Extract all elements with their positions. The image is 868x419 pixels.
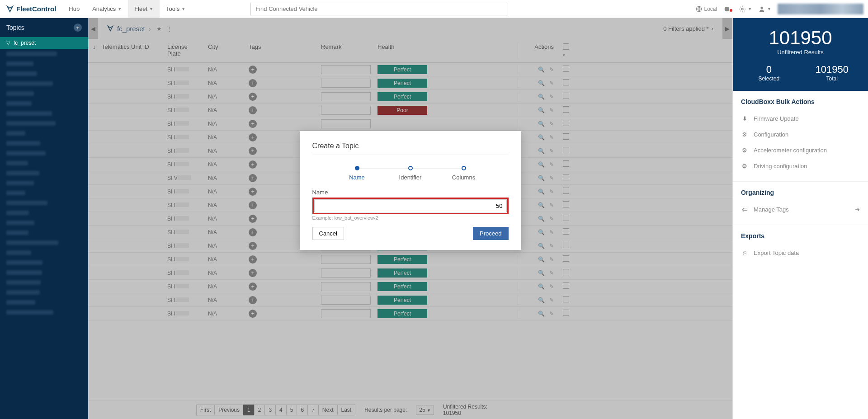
- cancel-button[interactable]: Cancel: [312, 227, 344, 240]
- svg-point-3: [760, 6, 763, 9]
- brand-icon: ▽: [6, 40, 10, 46]
- step-name: Name: [330, 166, 384, 181]
- topbar: FleetControl Hub Analytics▼ Fleet▼ Tools…: [0, 0, 868, 18]
- sidebar-item-redacted[interactable]: [0, 258, 88, 268]
- sidebar-header: Topics +: [0, 18, 88, 37]
- right-panel: 101950 Unfiltered Results 0 Selected 101…: [732, 18, 868, 419]
- total-count-label: Unfiltered Results: [737, 49, 863, 56]
- stats-block: 101950 Unfiltered Results 0 Selected 101…: [733, 18, 868, 91]
- sidebar-item-redacted[interactable]: [0, 238, 88, 248]
- modal-stepper: Name Identifier Columns: [330, 166, 491, 181]
- svg-point-1: [725, 6, 730, 11]
- user-label-redacted: [778, 4, 863, 14]
- notifications-icon[interactable]: [723, 5, 732, 13]
- sidebar-item-redacted[interactable]: [0, 69, 88, 79]
- proceed-button[interactable]: Proceed: [473, 227, 508, 240]
- sidebar-item[interactable]: ▽fc_preset: [0, 37, 88, 49]
- sidebar-item-redacted[interactable]: [0, 228, 88, 238]
- brand-icon: [6, 5, 14, 13]
- settings-menu[interactable]: ▼: [739, 5, 752, 13]
- user-menu[interactable]: ▼: [758, 5, 771, 13]
- tag-icon: 🏷: [741, 206, 748, 213]
- sidebar-item-redacted[interactable]: [0, 128, 88, 138]
- modal-title: Create a Topic: [312, 142, 509, 155]
- arrow-right-icon: ➔: [855, 206, 860, 213]
- sidebar-item-redacted[interactable]: [0, 307, 88, 317]
- sidebar-item-redacted[interactable]: [0, 148, 88, 158]
- name-hint: Example: low_bat_overview-2: [312, 215, 509, 221]
- globe-icon: [696, 6, 702, 12]
- nav-fleet[interactable]: Fleet▼: [128, 0, 160, 18]
- user-icon: [758, 5, 765, 13]
- sidebar-item-redacted[interactable]: [0, 118, 88, 128]
- sidebar-title: Topics: [6, 24, 24, 31]
- grand-total: 101950 Total: [801, 64, 864, 82]
- brand-logo[interactable]: FleetControl: [0, 5, 62, 13]
- accelerometer-config-action[interactable]: ⚙ Accelerometer configuration: [741, 142, 860, 158]
- bulk-actions-title: CloudBoxx Bulk Actions: [741, 98, 860, 105]
- search-input[interactable]: [250, 3, 508, 15]
- global-search: [250, 3, 508, 15]
- main-content: ◀ fc_preset › ★ ⋮ 0 Filters applied *‹ ▶…: [88, 18, 732, 419]
- exports-title: Exports: [741, 232, 860, 240]
- sidebar-item-redacted[interactable]: [0, 59, 88, 69]
- sidebar-item-redacted[interactable]: [0, 278, 88, 287]
- configuration-action[interactable]: ⚙ Configuration: [741, 127, 860, 142]
- export-topic-action[interactable]: ⎘ Export Topic data: [741, 245, 860, 261]
- sidebar-item-redacted[interactable]: [0, 138, 88, 148]
- sidebar-item-redacted[interactable]: [0, 99, 88, 108]
- organizing-title: Organizing: [741, 189, 860, 196]
- gear-icon: ⚙: [741, 163, 748, 169]
- bell-icon: [723, 5, 731, 13]
- sidebar-item-redacted[interactable]: [0, 89, 88, 99]
- sidebar-item-redacted[interactable]: [0, 108, 88, 118]
- gear-icon: [739, 5, 746, 13]
- gear-icon: ⚙: [741, 131, 748, 138]
- sidebar-item-redacted[interactable]: [0, 198, 88, 208]
- create-topic-modal: Create a Topic Name Identifier Columns N…: [300, 131, 521, 250]
- total-count: 101950: [737, 27, 863, 49]
- svg-point-2: [741, 8, 743, 10]
- sidebar-item-redacted[interactable]: [0, 178, 88, 188]
- name-label: Name: [312, 189, 509, 196]
- main-nav: Hub Analytics▼ Fleet▼ Tools▼: [62, 0, 192, 18]
- locale-switch[interactable]: Local: [696, 6, 717, 12]
- step-identifier: Identifier: [384, 166, 437, 181]
- sidebar-item-redacted[interactable]: [0, 168, 88, 178]
- sidebar-item-redacted[interactable]: [0, 49, 88, 59]
- sidebar-item-redacted[interactable]: [0, 297, 88, 307]
- sidebar-item-redacted[interactable]: [0, 268, 88, 278]
- download-icon: ⬇: [741, 115, 748, 122]
- add-topic-button[interactable]: +: [74, 24, 82, 32]
- name-field: Name Example: low_bat_overview-2: [312, 189, 509, 221]
- sidebar: Topics + ▽fc_preset: [0, 18, 88, 419]
- nav-tools[interactable]: Tools▼: [160, 0, 192, 18]
- export-icon: ⎘: [741, 250, 748, 256]
- sidebar-item-redacted[interactable]: [0, 158, 88, 168]
- driving-config-action[interactable]: ⚙ Driving configuration: [741, 158, 860, 174]
- sidebar-item-redacted[interactable]: [0, 248, 88, 258]
- sidebar-item-redacted[interactable]: [0, 79, 88, 89]
- topbar-right: Local ▼ ▼: [696, 4, 868, 14]
- firmware-update-action[interactable]: ⬇ Firmware Update: [741, 111, 860, 127]
- name-input[interactable]: [314, 199, 507, 212]
- nav-hub[interactable]: Hub: [62, 0, 86, 18]
- selected-count: 0 Selected: [737, 64, 801, 82]
- step-columns: Columns: [437, 166, 491, 181]
- sidebar-item-redacted[interactable]: [0, 287, 88, 297]
- sidebar-item-redacted[interactable]: [0, 218, 88, 228]
- nav-analytics[interactable]: Analytics▼: [86, 0, 128, 18]
- sidebar-item-redacted[interactable]: [0, 208, 88, 218]
- manage-tags-action[interactable]: 🏷 Manage Tags ➔: [741, 202, 860, 217]
- gear-icon: ⚙: [741, 147, 748, 154]
- sidebar-item-redacted[interactable]: [0, 188, 88, 198]
